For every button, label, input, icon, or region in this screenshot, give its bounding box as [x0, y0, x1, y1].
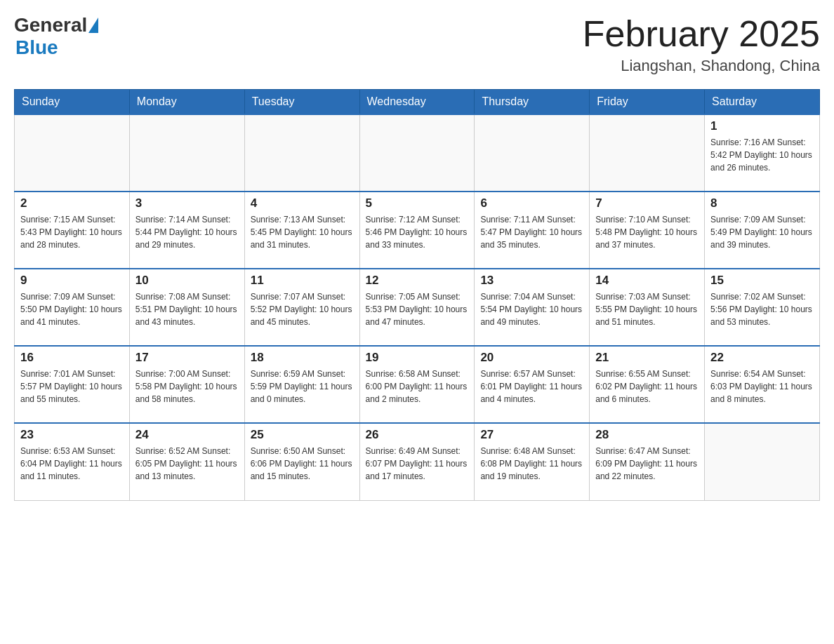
calendar-week-row: 23Sunrise: 6:53 AM Sunset: 6:04 PM Dayli… [15, 423, 820, 500]
day-info: Sunrise: 7:08 AM Sunset: 5:51 PM Dayligh… [135, 290, 239, 328]
day-number: 24 [135, 428, 239, 442]
day-number: 7 [595, 196, 699, 210]
day-info: Sunrise: 7:16 AM Sunset: 5:42 PM Dayligh… [710, 136, 814, 174]
calendar-cell: 17Sunrise: 7:00 AM Sunset: 5:58 PM Dayli… [129, 346, 244, 423]
calendar-cell: 25Sunrise: 6:50 AM Sunset: 6:06 PM Dayli… [244, 423, 359, 500]
day-info: Sunrise: 6:54 AM Sunset: 6:03 PM Dayligh… [710, 368, 814, 405]
day-info: Sunrise: 7:15 AM Sunset: 5:43 PM Dayligh… [20, 213, 124, 251]
day-number: 4 [251, 196, 354, 210]
calendar-cell: 23Sunrise: 6:53 AM Sunset: 6:04 PM Dayli… [15, 423, 130, 500]
logo-blue-text: Blue [15, 36, 58, 59]
day-info: Sunrise: 7:12 AM Sunset: 5:46 PM Dayligh… [366, 213, 469, 251]
day-info: Sunrise: 6:53 AM Sunset: 6:04 PM Dayligh… [20, 445, 124, 483]
calendar-cell: 6Sunrise: 7:11 AM Sunset: 5:47 PM Daylig… [475, 192, 590, 269]
weekday-header: Thursday [475, 90, 590, 115]
day-number: 6 [480, 196, 583, 210]
day-number: 12 [366, 274, 469, 288]
day-info: Sunrise: 7:03 AM Sunset: 5:55 PM Dayligh… [595, 290, 699, 328]
calendar-cell: 1Sunrise: 7:16 AM Sunset: 5:42 PM Daylig… [705, 114, 820, 192]
day-info: Sunrise: 7:04 AM Sunset: 5:54 PM Dayligh… [480, 290, 583, 328]
calendar-table: SundayMondayTuesdayWednesdayThursdayFrid… [14, 89, 820, 501]
day-number: 20 [480, 351, 583, 365]
title-section: February 2025 Liangshan, Shandong, China [583, 14, 820, 75]
day-number: 19 [366, 351, 469, 365]
day-number: 27 [480, 428, 583, 442]
calendar-cell: 5Sunrise: 7:12 AM Sunset: 5:46 PM Daylig… [359, 192, 475, 269]
calendar-cell: 18Sunrise: 6:59 AM Sunset: 5:59 PM Dayli… [244, 346, 359, 423]
day-number: 2 [20, 196, 124, 210]
logo: General Blue [14, 14, 98, 59]
day-number: 21 [595, 351, 699, 365]
weekday-header: Sunday [15, 90, 130, 115]
calendar-cell: 10Sunrise: 7:08 AM Sunset: 5:51 PM Dayli… [129, 269, 244, 346]
day-info: Sunrise: 6:57 AM Sunset: 6:01 PM Dayligh… [480, 368, 583, 405]
day-info: Sunrise: 7:00 AM Sunset: 5:58 PM Dayligh… [135, 368, 239, 405]
calendar-cell [244, 114, 359, 192]
day-info: Sunrise: 6:47 AM Sunset: 6:09 PM Dayligh… [595, 445, 699, 483]
day-number: 8 [710, 196, 814, 210]
day-info: Sunrise: 6:50 AM Sunset: 6:06 PM Dayligh… [251, 445, 354, 483]
day-info: Sunrise: 7:07 AM Sunset: 5:52 PM Dayligh… [251, 290, 354, 328]
day-info: Sunrise: 6:55 AM Sunset: 6:02 PM Dayligh… [595, 368, 699, 405]
day-info: Sunrise: 7:01 AM Sunset: 5:57 PM Dayligh… [20, 368, 124, 405]
day-number: 25 [251, 428, 354, 442]
calendar-cell: 22Sunrise: 6:54 AM Sunset: 6:03 PM Dayli… [705, 346, 820, 423]
calendar-cell: 21Sunrise: 6:55 AM Sunset: 6:02 PM Dayli… [590, 346, 705, 423]
calendar-cell: 11Sunrise: 7:07 AM Sunset: 5:52 PM Dayli… [244, 269, 359, 346]
calendar-cell [705, 423, 820, 500]
calendar-cell [15, 114, 130, 192]
weekday-header: Monday [129, 90, 244, 115]
day-number: 17 [135, 351, 239, 365]
day-number: 1 [710, 119, 814, 133]
calendar-cell: 14Sunrise: 7:03 AM Sunset: 5:55 PM Dayli… [590, 269, 705, 346]
calendar-week-row: 9Sunrise: 7:09 AM Sunset: 5:50 PM Daylig… [15, 269, 820, 346]
calendar-cell [475, 114, 590, 192]
weekday-header: Tuesday [244, 90, 359, 115]
day-number: 11 [251, 274, 354, 288]
calendar-cell: 3Sunrise: 7:14 AM Sunset: 5:44 PM Daylig… [129, 192, 244, 269]
day-number: 16 [20, 351, 124, 365]
day-info: Sunrise: 7:11 AM Sunset: 5:47 PM Dayligh… [480, 213, 583, 251]
calendar-cell: 2Sunrise: 7:15 AM Sunset: 5:43 PM Daylig… [15, 192, 130, 269]
calendar-cell: 15Sunrise: 7:02 AM Sunset: 5:56 PM Dayli… [705, 269, 820, 346]
month-title: February 2025 [583, 14, 820, 54]
calendar-cell [129, 114, 244, 192]
logo-triangle-icon [88, 18, 98, 33]
day-number: 3 [135, 196, 239, 210]
calendar-cell: 13Sunrise: 7:04 AM Sunset: 5:54 PM Dayli… [475, 269, 590, 346]
day-info: Sunrise: 6:48 AM Sunset: 6:08 PM Dayligh… [480, 445, 583, 483]
calendar-cell: 8Sunrise: 7:09 AM Sunset: 5:49 PM Daylig… [705, 192, 820, 269]
calendar-cell: 7Sunrise: 7:10 AM Sunset: 5:48 PM Daylig… [590, 192, 705, 269]
day-number: 23 [20, 428, 124, 442]
calendar-cell: 20Sunrise: 6:57 AM Sunset: 6:01 PM Dayli… [475, 346, 590, 423]
day-info: Sunrise: 7:09 AM Sunset: 5:49 PM Dayligh… [710, 213, 814, 251]
calendar-cell: 28Sunrise: 6:47 AM Sunset: 6:09 PM Dayli… [590, 423, 705, 500]
day-info: Sunrise: 7:10 AM Sunset: 5:48 PM Dayligh… [595, 213, 699, 251]
day-number: 14 [595, 274, 699, 288]
day-info: Sunrise: 7:14 AM Sunset: 5:44 PM Dayligh… [135, 213, 239, 251]
day-number: 18 [251, 351, 354, 365]
day-info: Sunrise: 7:13 AM Sunset: 5:45 PM Dayligh… [251, 213, 354, 251]
weekday-header: Saturday [705, 90, 820, 115]
calendar-cell: 27Sunrise: 6:48 AM Sunset: 6:08 PM Dayli… [475, 423, 590, 500]
day-number: 26 [366, 428, 469, 442]
calendar-cell: 9Sunrise: 7:09 AM Sunset: 5:50 PM Daylig… [15, 269, 130, 346]
location-title: Liangshan, Shandong, China [583, 57, 820, 75]
day-info: Sunrise: 7:02 AM Sunset: 5:56 PM Dayligh… [710, 290, 814, 328]
calendar-week-row: 16Sunrise: 7:01 AM Sunset: 5:57 PM Dayli… [15, 346, 820, 423]
calendar-cell: 4Sunrise: 7:13 AM Sunset: 5:45 PM Daylig… [244, 192, 359, 269]
day-number: 10 [135, 274, 239, 288]
day-info: Sunrise: 6:58 AM Sunset: 6:00 PM Dayligh… [366, 368, 469, 405]
calendar-cell: 16Sunrise: 7:01 AM Sunset: 5:57 PM Dayli… [15, 346, 130, 423]
day-number: 22 [710, 351, 814, 365]
calendar-cell [359, 114, 475, 192]
calendar-week-row: 2Sunrise: 7:15 AM Sunset: 5:43 PM Daylig… [15, 192, 820, 269]
day-info: Sunrise: 6:59 AM Sunset: 5:59 PM Dayligh… [251, 368, 354, 405]
calendar-cell: 24Sunrise: 6:52 AM Sunset: 6:05 PM Dayli… [129, 423, 244, 500]
day-number: 13 [480, 274, 583, 288]
day-number: 28 [595, 428, 699, 442]
calendar-cell: 26Sunrise: 6:49 AM Sunset: 6:07 PM Dayli… [359, 423, 475, 500]
day-info: Sunrise: 7:09 AM Sunset: 5:50 PM Dayligh… [20, 290, 124, 328]
weekday-header: Friday [590, 90, 705, 115]
day-info: Sunrise: 7:05 AM Sunset: 5:53 PM Dayligh… [366, 290, 469, 328]
